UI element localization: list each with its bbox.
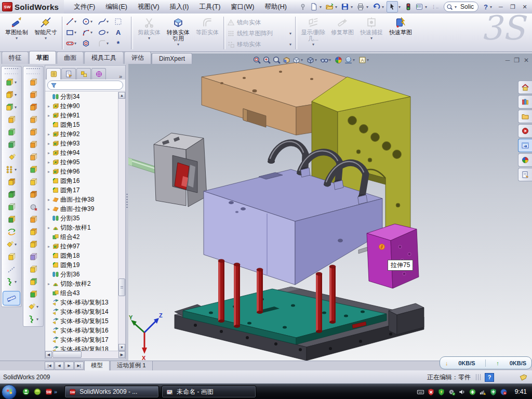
graphics-area[interactable]: Y Z X ▾▾▾▾A▾ ─ ❐ ✕ 拉伸75 xyxy=(128,54,532,361)
extruded-cut-button[interactable]: ▾ xyxy=(2,88,21,101)
tree-item[interactable]: 分割36 xyxy=(45,270,118,279)
tray-language-keyboard[interactable] xyxy=(417,388,424,396)
doc-tab-模型[interactable]: 模型 xyxy=(84,361,110,370)
knit-surface-button[interactable] xyxy=(23,238,43,250)
tree-item[interactable]: 圆角18 xyxy=(45,251,118,260)
apply-scene-icon[interactable]: ▾ xyxy=(344,56,357,64)
nav-previous-button[interactable]: ◀ xyxy=(55,362,64,370)
edit-appearance-icon[interactable] xyxy=(334,56,343,64)
ellipse-tool[interactable]: ▾ xyxy=(98,28,113,37)
toolbar-grip[interactable] xyxy=(26,68,40,74)
tray-sync-status[interactable] xyxy=(500,388,508,396)
circle-tool[interactable]: ▾ xyxy=(82,17,97,26)
restore-button[interactable]: ❐ xyxy=(508,2,518,11)
tree-item[interactable]: ▸拉伸91 xyxy=(45,111,118,120)
appearances-scenes-tab[interactable] xyxy=(518,153,532,167)
part-slider-block[interactable] xyxy=(367,224,419,288)
spline-tool[interactable]: ▾ xyxy=(98,17,113,26)
tool-smart-dimension[interactable]: 智能尺寸▾ xyxy=(31,15,60,51)
search-input[interactable]: Solic xyxy=(460,3,474,10)
propertymanager-tab[interactable] xyxy=(61,68,76,79)
boundary-surface-button[interactable] xyxy=(23,88,43,101)
tree-item[interactable]: 实体-移动/复制16 xyxy=(45,326,118,335)
search-box[interactable]: ▾Solic xyxy=(444,2,478,12)
view-orientation-icon[interactable]: ▾ xyxy=(292,56,305,64)
deform-button[interactable] xyxy=(23,138,43,151)
lasso-tool[interactable] xyxy=(114,17,129,26)
tab-评估[interactable]: 评估 xyxy=(124,51,151,64)
zoom-fit-icon[interactable] xyxy=(252,56,261,64)
scroll-left-arrow[interactable]: ◀ xyxy=(45,351,52,358)
tree-item[interactable]: ▸切除-放样1 xyxy=(45,223,118,232)
display-style-icon[interactable]: ▾ xyxy=(306,56,319,64)
tree-item[interactable]: 实体-移动/复制13 xyxy=(45,298,118,307)
options-icon[interactable] xyxy=(414,2,424,12)
polygon-tool[interactable] xyxy=(82,38,97,48)
menu-item-0[interactable]: 文件(F) xyxy=(69,1,100,14)
print-icon[interactable] xyxy=(355,2,366,12)
fillet-button[interactable]: ▾ xyxy=(2,101,21,113)
spiral-curve-button[interactable]: ▾ xyxy=(23,313,43,325)
scroll-up-arrow[interactable]: ▲ xyxy=(118,92,125,99)
insert-features-button[interactable]: ▾ xyxy=(2,238,21,250)
rib-button[interactable] xyxy=(2,138,21,151)
section-view-icon[interactable] xyxy=(282,56,291,64)
open-dropdown[interactable]: ▾ xyxy=(335,5,339,9)
tree-item[interactable]: 组合42 xyxy=(45,232,118,242)
tool-display-delete[interactable]: 显示/删除几...▾ xyxy=(299,15,328,51)
tree-item[interactable]: 圆角19 xyxy=(45,260,118,270)
tree-item[interactable]: 实体-移动/复制18 xyxy=(45,344,118,351)
nav-first-button[interactable]: |◀ xyxy=(45,362,54,370)
tree-item[interactable]: 圆角17 xyxy=(45,185,118,195)
flex-button[interactable] xyxy=(23,126,43,138)
tree-item[interactable]: ▸切除-放样2 xyxy=(45,279,118,288)
menu-item-5[interactable]: 窗口(W) xyxy=(226,1,259,14)
replace-face-button[interactable] xyxy=(23,213,43,225)
text-tool[interactable]: A xyxy=(114,28,129,37)
new-document-dropdown[interactable]: ▾ xyxy=(320,5,324,9)
rebuild-icon[interactable] xyxy=(403,2,414,12)
tree-item[interactable]: 实体-移动/复制17 xyxy=(45,335,118,344)
tree-horizontal-scrollbar[interactable]: ◀ ▶ xyxy=(45,351,125,358)
tree-item[interactable]: ▸拉伸95 xyxy=(45,157,118,167)
tray-update-gear[interactable] xyxy=(448,388,456,396)
nav-next-button[interactable]: ▶ xyxy=(64,362,74,370)
menu-item-3[interactable]: 插入(I) xyxy=(165,1,194,14)
tool-offset-entities[interactable]: 等距实体 xyxy=(193,15,222,51)
quick-tips-button[interactable]: ? xyxy=(485,373,494,382)
select-icon[interactable] xyxy=(387,1,398,12)
dimxpertmanager-tab[interactable] xyxy=(91,68,106,79)
close-button[interactable]: ✕ xyxy=(520,2,530,11)
pin-icon[interactable] xyxy=(298,2,308,12)
hscroll-thumb[interactable] xyxy=(52,351,82,358)
doc-close-button[interactable]: ✕ xyxy=(524,57,529,64)
doc-tab-运动算例 1[interactable]: 运动算例 1 xyxy=(110,361,153,370)
tool-convert-entities[interactable]: 转换实体引用▾ xyxy=(164,15,193,51)
tree-item[interactable]: ▸曲面-拉伸39 xyxy=(45,204,118,214)
tab-曲面[interactable]: 曲面 xyxy=(57,51,84,64)
featuremanager-tree-tab[interactable] xyxy=(46,68,61,79)
part-cam-block[interactable] xyxy=(154,133,207,207)
freeform-point-button[interactable]: ▾ xyxy=(23,300,43,313)
helix-curve-button[interactable]: ▾ xyxy=(2,275,21,288)
tree-item[interactable]: 圆角15 xyxy=(45,120,118,129)
reference-geometry-button[interactable] xyxy=(2,250,21,263)
arc-tool[interactable]: ▾ xyxy=(82,28,97,37)
tray-volume[interactable] xyxy=(458,388,466,396)
tree-item[interactable]: 圆角16 xyxy=(45,176,118,185)
solidworks-media-tab[interactable] xyxy=(518,124,532,138)
swept-boss-button[interactable] xyxy=(2,113,21,126)
select-dropdown[interactable]: ▾ xyxy=(398,5,403,9)
tree-item[interactable]: ▸拉伸92 xyxy=(45,129,118,139)
menu-item-1[interactable]: 编辑(E) xyxy=(101,1,132,14)
tree-item[interactable]: 组合43 xyxy=(45,288,118,298)
tree-item[interactable]: ▸拉伸93 xyxy=(45,139,118,148)
open-icon[interactable] xyxy=(324,2,335,12)
tool-sketch[interactable]: 草图绘制▾ xyxy=(2,15,31,51)
scroll-down-arrow[interactable]: ▼ xyxy=(118,344,125,351)
print-dropdown[interactable]: ▾ xyxy=(366,5,370,9)
planar-surface-button[interactable] xyxy=(23,151,43,163)
delete-face-button[interactable] xyxy=(23,201,43,213)
tree-item[interactable]: 分割34 xyxy=(45,92,118,101)
undo-icon[interactable] xyxy=(371,2,381,12)
